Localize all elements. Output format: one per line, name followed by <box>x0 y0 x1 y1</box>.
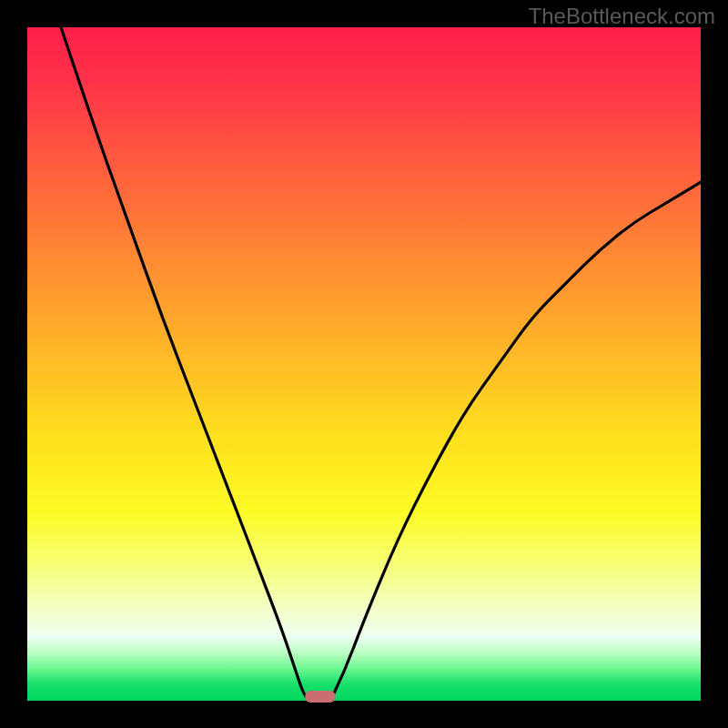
plot-background <box>27 27 701 701</box>
chart-frame: TheBottleneck.com <box>0 0 728 728</box>
bottleneck-chart <box>0 0 728 728</box>
watermark-text: TheBottleneck.com <box>529 4 715 29</box>
min-marker <box>305 691 335 703</box>
